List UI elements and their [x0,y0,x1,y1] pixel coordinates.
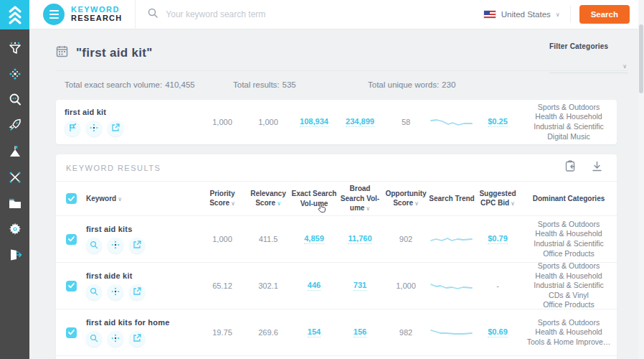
broad-volume-value[interactable]: 731 [354,281,366,291]
cluster-button[interactable] [108,331,123,347]
column-header-keyword[interactable]: Keyword∨ [86,194,199,204]
trend-sparkline [430,327,473,338]
seed-categories: Sports & Outdoors Health & Household Ind… [521,103,617,142]
keyword-search-zone [135,0,483,29]
cluster-icon [111,286,120,299]
download-icon [592,161,602,175]
keyword-search-icon [8,93,22,107]
relevancy-value: 269.6 [245,328,291,337]
column-header-exact-volume[interactable]: Exact Search Vol-ume [291,189,337,208]
sidebar-item-settings[interactable] [0,216,29,242]
sidebar-item-filter[interactable] [0,35,29,61]
external-link-button[interactable] [108,121,123,136]
calendar-icon [56,45,68,60]
sort-icon: ∨ [231,200,235,207]
keyword-search-input[interactable] [166,9,352,19]
relevancy-value: 411.5 [245,235,291,243]
seed-keyword-card: first aid kit [56,100,617,144]
row-checkbox[interactable] [66,234,77,245]
external-link-button[interactable] [129,331,145,347]
cluster-icon [8,67,22,81]
opportunity-value: 1,000 [383,281,429,290]
keyword-name: first aide kit [86,271,199,280]
cpc-value[interactable]: $0.69 [488,327,508,337]
column-header-relevancy[interactable]: Relevancy Score∨ [245,189,291,208]
sidebar [0,0,29,359]
opportunity-value: 982 [383,328,429,337]
menu-button[interactable] [43,4,65,25]
scrollbar-thumb[interactable] [639,24,643,93]
seed-broad-volume[interactable]: 234,899 [346,117,374,127]
copy-to-clipboard-button[interactable] [564,160,576,175]
sidebar-item-cluster[interactable] [0,61,29,87]
trend-sparkline [430,233,473,245]
priority-value: 1,000 [199,235,245,243]
sidebar-item-network[interactable] [0,164,29,190]
sidebar-item-keyword-search[interactable] [0,87,29,113]
seed-cpc[interactable]: $0.25 [488,117,508,127]
stat-unique-words: Total unique words:230 [368,80,455,89]
country-selector[interactable]: United States ∨ [483,10,570,19]
sort-icon: ∨ [277,200,281,207]
categories: Health & Household [521,356,617,359]
cluster-button[interactable] [108,238,123,253]
categories: Sports & Outdoors Health & Household Too… [521,318,617,348]
clipboard-copy-icon [564,160,576,175]
cpc-value: - [475,281,521,290]
rocket-icon [8,118,22,133]
search-keyword-button[interactable] [86,331,102,347]
stat-exact-volume: Total exact search volume:410,455 [65,80,233,89]
search-keyword-button[interactable] [86,284,102,300]
brand-line2: RESEARCH [71,14,122,23]
search-icon [90,286,98,299]
keyword-name: first aid kits for home [86,318,199,327]
scrollbar[interactable] [638,0,644,359]
top-bar: KEYWORD RESEARCH United States ∨ Search [29,0,638,29]
broad-volume-value[interactable]: 156 [354,327,366,337]
flag-plus-button[interactable] [65,121,80,136]
sort-icon: ∨ [511,200,515,207]
column-header-opportunity[interactable]: Opportunity Score∨ [383,189,429,208]
sidebar-item-rocket[interactable] [0,113,29,139]
column-header-cpc[interactable]: Suggested CPC Bid∨ [475,189,521,208]
brand-logo[interactable]: KEYWORD RESEARCH [71,6,122,22]
column-header-priority[interactable]: Priority Score∨ [199,189,245,208]
exact-volume-value[interactable]: 4,859 [304,234,324,244]
column-header-search-trend: Search Trend [429,194,475,204]
sidebar-item-folder[interactable] [0,190,29,216]
broad-volume-value[interactable]: 11,760 [348,234,371,244]
external-link-icon [133,239,141,252]
seed-trend-sparkline [430,116,473,128]
external-link-button[interactable] [129,238,145,253]
external-link-button[interactable] [129,284,145,300]
country-name: United States [501,10,551,19]
categories: Sports & Outdoors Health & Household Ind… [521,220,617,259]
mountain-flag-icon [8,144,22,159]
search-button[interactable]: Search [579,5,630,24]
row-checkbox[interactable] [66,327,77,338]
keyword-results-card: KEYWORD RESULTS [56,154,617,359]
stats-row: Total exact search volume:410,455 Total … [56,70,628,89]
sidebar-item-logout[interactable] [0,242,29,268]
table-row: first aid kits for home 19.75 269.6 154 … [56,309,617,356]
exact-volume-value[interactable]: 446 [308,281,321,291]
cluster-icon [90,122,98,135]
select-all-checkbox[interactable] [66,193,77,204]
seed-exact-volume[interactable]: 108,934 [300,117,328,127]
network-icon [8,170,22,185]
search-keyword-button[interactable] [86,238,102,253]
divider [570,6,571,23]
sidebar-item-goal[interactable] [0,139,29,164]
row-checkbox[interactable] [66,281,77,292]
flag-plus-icon [68,122,77,135]
column-header-broad-volume[interactable]: Broad Search Vol-ume∨ [337,184,383,213]
relevancy-value: 302.1 [245,281,291,290]
sort-icon: ∨ [366,205,370,212]
cpc-value[interactable]: $0.79 [488,234,508,244]
cluster-button[interactable] [86,121,102,136]
download-button[interactable] [592,161,602,175]
app-logo-icon[interactable] [0,0,29,29]
exact-volume-value[interactable]: 154 [308,327,321,337]
table-row: first aide kit 65.12 302.1 446 731 1,000 [56,263,617,309]
cluster-button[interactable] [108,284,123,300]
